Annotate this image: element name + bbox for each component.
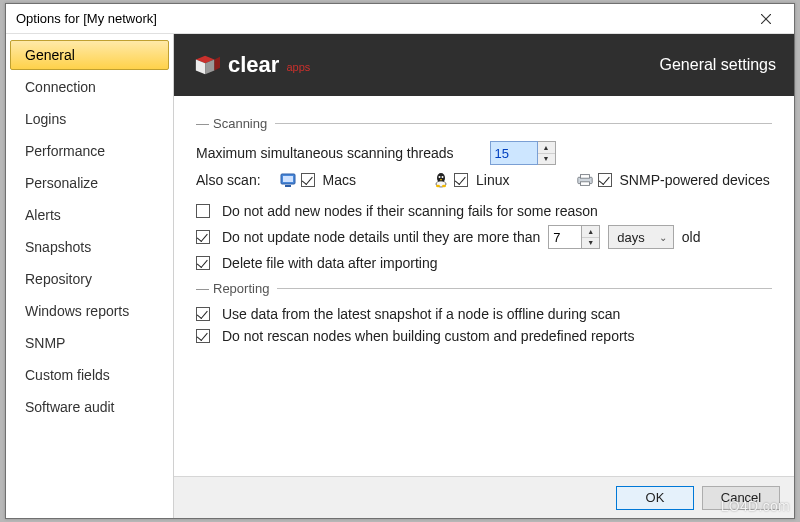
delete-after-import-checkbox[interactable] [196,256,210,270]
brand-text-sub: apps [286,61,310,73]
max-threads-label: Maximum simultaneous scanning threads [196,145,454,161]
delete-after-import-label: Delete file with data after importing [222,255,438,271]
sidebar-item-label: Windows reports [25,303,129,319]
cube-icon [192,52,222,78]
brand-text-main: clear [228,52,279,78]
no-update-value-spinner[interactable]: ▲ ▼ [548,225,600,249]
no-update-unit-dropdown[interactable]: days ⌄ [608,225,673,249]
mac-icon [279,171,297,189]
options-window: Options for [My network] General Connect… [5,3,795,519]
sidebar-item-logins[interactable]: Logins [10,104,169,134]
sidebar-item-connection[interactable]: Connection [10,72,169,102]
linux-checkbox[interactable] [454,173,468,187]
sidebar: General Connection Logins Performance Pe… [6,34,174,518]
sidebar-item-label: Custom fields [25,367,110,383]
svg-rect-18 [580,182,589,186]
sidebar-item-snapshots[interactable]: Snapshots [10,232,169,262]
no-add-failed-label: Do not add new nodes if their scanning f… [222,203,598,219]
content-area: — Scanning Maximum simultaneous scanning… [174,96,794,476]
macs-label: Macs [323,172,356,188]
svg-marker-5 [214,57,220,71]
row-no-update-until: Do not update node details until they ar… [196,225,772,249]
cancel-button[interactable]: Cancel [702,486,780,510]
snmp-label: SNMP-powered devices [620,172,770,188]
sidebar-item-label: SNMP [25,335,65,351]
svg-point-11 [439,176,441,178]
header-band: clearapps General settings [174,34,794,96]
sidebar-item-software-audit[interactable]: Software audit [10,392,169,422]
sidebar-item-custom-fields[interactable]: Custom fields [10,360,169,390]
sidebar-item-label: Logins [25,111,66,127]
sidebar-item-label: Software audit [25,399,115,415]
use-latest-snapshot-checkbox[interactable] [196,307,210,321]
no-update-value-input[interactable] [548,225,582,249]
ok-button[interactable]: OK [616,486,694,510]
sidebar-item-snmp[interactable]: SNMP [10,328,169,358]
printer-icon [576,171,594,189]
sidebar-item-performance[interactable]: Performance [10,136,169,166]
sidebar-item-label: Performance [25,143,105,159]
row-no-rescan-reports: Do not rescan nodes when building custom… [196,328,772,344]
group-reporting-label: Reporting [213,281,269,296]
no-update-unit-value: days [617,230,644,245]
use-latest-snapshot-label: Use data from the latest snapshot if a n… [222,306,620,322]
close-button[interactable] [746,5,786,33]
brand-logo: clearapps [192,52,659,78]
snmp-checkbox[interactable] [598,173,612,187]
max-threads-spinner[interactable]: ▲ ▼ [490,141,556,165]
spinner-down-button[interactable]: ▼ [582,238,599,249]
no-update-until-label-before: Do not update node details until they ar… [222,229,540,245]
linux-icon [432,171,450,189]
macs-checkbox[interactable] [301,173,315,187]
max-threads-input[interactable] [490,141,538,165]
also-scan-label: Also scan: [196,172,261,188]
sidebar-item-alerts[interactable]: Alerts [10,200,169,230]
sidebar-item-label: Personalize [25,175,98,191]
sidebar-item-windows-reports[interactable]: Windows reports [10,296,169,326]
no-add-failed-checkbox[interactable] [196,204,210,218]
svg-point-12 [442,176,444,178]
svg-rect-7 [283,176,293,182]
no-update-until-checkbox[interactable] [196,230,210,244]
svg-point-14 [436,185,440,187]
chevron-down-icon: ⌄ [659,232,667,243]
sidebar-item-label: General [25,47,75,63]
spinner-up-button[interactable]: ▲ [538,142,555,154]
window-body: General Connection Logins Performance Pe… [6,34,794,518]
no-rescan-reports-checkbox[interactable] [196,329,210,343]
button-bar: OK Cancel [174,476,794,518]
page-title: General settings [659,56,776,74]
sidebar-item-repository[interactable]: Repository [10,264,169,294]
sidebar-item-personalize[interactable]: Personalize [10,168,169,198]
close-icon [761,14,771,24]
titlebar: Options for [My network] [6,4,794,34]
no-update-until-label-after: old [682,229,701,245]
group-reporting: — Reporting [196,281,772,296]
row-also-scan: Also scan: Macs [196,171,772,189]
spinner-down-button[interactable]: ▼ [538,154,555,165]
sidebar-item-label: Alerts [25,207,61,223]
svg-rect-8 [285,185,291,187]
no-rescan-reports-label: Do not rescan nodes when building custom… [222,328,634,344]
svg-point-15 [442,185,446,187]
row-use-latest-snapshot: Use data from the latest snapshot if a n… [196,306,772,322]
spinner-up-button[interactable]: ▲ [582,226,599,238]
group-scanning-label: Scanning [213,116,267,131]
row-delete-after-import: Delete file with data after importing [196,255,772,271]
row-max-threads: Maximum simultaneous scanning threads ▲ … [196,141,772,165]
group-scanning: — Scanning [196,116,772,131]
sidebar-item-label: Snapshots [25,239,91,255]
main-pane: clearapps General settings — Scanning Ma… [174,34,794,518]
svg-rect-17 [580,175,589,179]
sidebar-item-label: Repository [25,271,92,287]
linux-label: Linux [476,172,509,188]
sidebar-item-label: Connection [25,79,96,95]
row-no-add-failed: Do not add new nodes if their scanning f… [196,203,772,219]
sidebar-item-general[interactable]: General [10,40,169,70]
window-title: Options for [My network] [16,11,746,26]
